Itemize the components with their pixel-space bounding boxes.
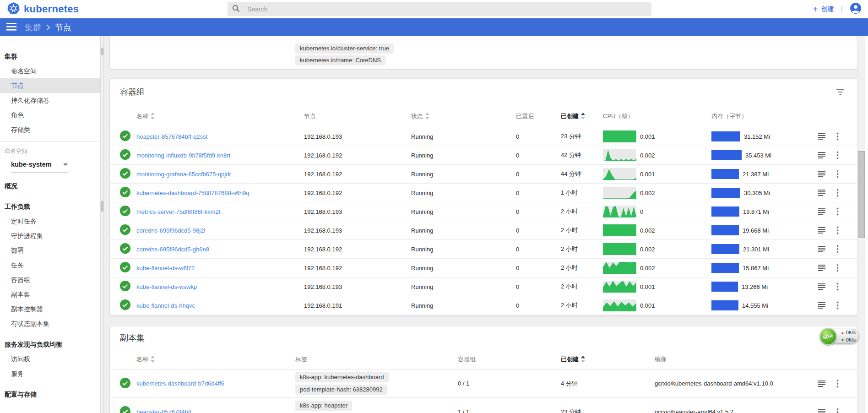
cpu-value: 0.001 — [640, 133, 655, 140]
pod-name-link[interactable]: heapster-8576784bff-q2sst — [136, 133, 207, 140]
column-header-created[interactable]: 已创建 — [561, 112, 603, 120]
row-menu-icon[interactable] — [835, 187, 852, 198]
pod-status: Running — [411, 171, 516, 178]
sidebar-item-config-storage[interactable]: 配置与存储 — [0, 387, 100, 402]
sidebar-scrollbar-thumb[interactable] — [101, 48, 103, 55]
sidebar-item-cluster[interactable]: 集群 — [0, 49, 100, 64]
create-button[interactable]: + 创建 — [813, 5, 834, 14]
logs-icon[interactable] — [817, 169, 835, 179]
column-header-name[interactable]: 名称 — [136, 355, 295, 364]
pod-name-link[interactable]: kube-flannel-ds-wswkp — [136, 283, 197, 290]
sidebar-item-workloads[interactable]: 工作负载 — [0, 199, 100, 214]
status-ok-icon — [120, 130, 130, 141]
pod-name-link[interactable]: kube-flannel-ds-w6l72 — [136, 265, 195, 272]
replicaset-name-link[interactable]: heapster-8576784bff — [136, 408, 191, 413]
sidebar-item-replica-sets[interactable]: 副本集 — [0, 287, 100, 302]
plus-icon: + — [813, 5, 818, 14]
kubernetes-logo[interactable]: kubernetes — [7, 2, 79, 16]
row-menu-icon[interactable] — [835, 262, 852, 273]
row-menu-icon[interactable] — [835, 244, 852, 255]
column-header-created[interactable]: 已创建 — [561, 355, 655, 364]
pod-name-link[interactable]: coredns-695f96dcd5-gh6n8 — [136, 246, 209, 253]
cpu-sparkline-chart — [603, 206, 636, 217]
pods-card-title: 容器组 — [120, 87, 145, 98]
status-ok-icon — [120, 224, 130, 235]
logs-icon[interactable] — [817, 150, 835, 160]
row-menu-icon[interactable] — [835, 281, 852, 292]
pod-name-link[interactable]: kube-flannel-ds-hhqvc — [136, 302, 195, 309]
logs-icon[interactable] — [817, 188, 835, 198]
sidebar-scrollbar-thumb[interactable] — [101, 201, 103, 212]
table-row: coredns-695f96dcd5-gh6n8192.168.0.192Run… — [110, 240, 857, 259]
logs-icon[interactable] — [817, 225, 835, 235]
window-scrollbar-thumb[interactable] — [858, 151, 865, 238]
column-header-status[interactable]: 状态 — [411, 112, 516, 120]
status-ok-icon — [120, 187, 130, 197]
row-menu-icon[interactable] — [835, 300, 852, 311]
download-arrow-icon: ▼ — [841, 338, 845, 342]
sidebar-item-daemon-sets[interactable]: 守护进程集 — [0, 228, 100, 243]
row-menu-icon[interactable] — [835, 150, 852, 161]
namespace-section-label: 命名空间 — [0, 147, 100, 155]
row-menu-icon[interactable] — [835, 168, 852, 179]
sidebar-item-replication-controllers[interactable]: 副本控制器 — [0, 302, 100, 316]
net-speed-overlay-widget[interactable]: 60% ▲0K/s ▼0K/s — [819, 328, 859, 345]
user-avatar-icon[interactable] — [850, 2, 862, 16]
sidebar-item-stateful-sets[interactable]: 有状态副本集 — [0, 316, 100, 331]
pod-name-link[interactable]: coredns-695f96dcd5-98j2l — [136, 227, 205, 234]
pod-name-link[interactable]: kubernetes-dashboard-7588787688-s6h9q — [136, 190, 249, 196]
pod-node: 192.168.0.192 — [304, 190, 411, 196]
sidebar-item-ingresses[interactable]: 访问权 — [0, 352, 100, 366]
sidebar-item-persistent-volumes[interactable]: 持久化存储卷 — [0, 93, 100, 108]
pod-name-link[interactable]: monitoring-grafana-65ccfb675-qpjdr — [136, 171, 231, 178]
hamburger-menu-icon[interactable] — [5, 21, 17, 34]
memory-value: 15.867 Mi — [743, 265, 769, 272]
search-bar[interactable] — [228, 2, 651, 16]
sidebar-namespace-select[interactable]: kube-system — [11, 161, 68, 173]
sidebar-item-overview[interactable]: 概况 — [0, 179, 100, 193]
sidebar-item-services[interactable]: 服务 — [0, 366, 100, 381]
logs-icon[interactable] — [817, 282, 835, 292]
status-ok-icon — [120, 243, 130, 254]
table-row: heapster-8576784bff-q2sst192.168.0.193Ru… — [110, 127, 857, 146]
search-input[interactable] — [246, 5, 631, 13]
sidebar-item-pods[interactable]: 容器组 — [0, 272, 100, 287]
row-menu-icon[interactable] — [835, 206, 852, 217]
pod-restarts: 0 — [516, 302, 561, 309]
pod-name-link[interactable]: monitoring-influxdb-9b78f5fd9-kn8rt — [136, 152, 230, 159]
sidebar-item-nodes[interactable]: 节点 — [0, 78, 100, 93]
sidebar-item-discovery[interactable]: 服务发现与负载均衡 — [0, 337, 100, 352]
column-header-name[interactable]: 名称 — [136, 112, 304, 120]
logs-icon[interactable] — [817, 244, 835, 254]
logs-icon[interactable] — [817, 263, 835, 273]
pod-node: 192.168.0.191 — [304, 302, 411, 309]
breadcrumb-cluster-link[interactable]: 集群 — [25, 22, 41, 33]
pod-node: 192.168.0.193 — [304, 227, 411, 234]
sidebar-item-roles[interactable]: 角色 — [0, 108, 100, 122]
logs-icon[interactable] — [817, 407, 835, 413]
memory-bar-chart — [711, 263, 739, 273]
sidebar-item-namespaces[interactable]: 命名空间 — [0, 64, 100, 78]
sidebar-item-storage-classes[interactable]: 存储类 — [0, 122, 100, 137]
pod-created: 2 小时 — [561, 207, 603, 216]
row-menu-icon[interactable] — [835, 407, 852, 413]
memory-value: 14.555 Mi — [742, 302, 768, 309]
sidebar-scrollbar[interactable] — [100, 36, 104, 413]
row-menu-icon[interactable] — [835, 131, 852, 142]
column-header-labels: 标签 — [295, 355, 458, 364]
sidebar-item-deployments[interactable]: 部署 — [0, 243, 100, 258]
logs-icon[interactable] — [817, 131, 835, 141]
logs-icon[interactable] — [817, 300, 835, 310]
logs-icon[interactable] — [817, 206, 835, 217]
pod-node: 192.168.0.193 — [304, 208, 411, 215]
pod-name-link[interactable]: metrics-server-75df6ff86f-kkm2l — [136, 208, 220, 215]
window-scrollbar[interactable] — [857, 36, 865, 413]
sidebar-item-jobs[interactable]: 任务 — [0, 258, 100, 272]
replicaset-name-link[interactable]: kubernetes-dashboard-b7d6d4ff6 — [136, 380, 224, 387]
replicaset-created: 4 分钟 — [561, 380, 655, 388]
sidebar-item-cron-jobs[interactable]: 定时任务 — [0, 214, 100, 228]
row-menu-icon[interactable] — [835, 378, 852, 389]
row-menu-icon[interactable] — [835, 225, 852, 236]
filter-icon[interactable] — [835, 87, 846, 97]
logs-icon[interactable] — [817, 379, 835, 389]
